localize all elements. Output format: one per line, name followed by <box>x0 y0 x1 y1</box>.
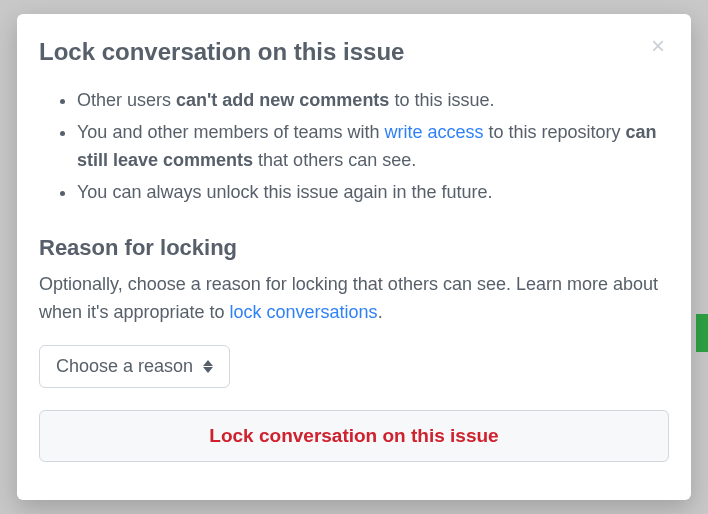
text: to this repository <box>484 122 626 142</box>
lock-conversations-link[interactable]: lock conversations <box>230 302 378 322</box>
text: . <box>378 302 383 322</box>
write-access-link[interactable]: write access <box>385 122 484 142</box>
list-item: Other users can't add new comments to th… <box>77 87 669 115</box>
reason-header: Reason for locking <box>39 235 669 261</box>
list-item: You can always unlock this issue again i… <box>77 179 669 207</box>
text: that others can see. <box>253 150 416 170</box>
text: to this issue. <box>389 90 494 110</box>
text-bold: can't add new comments <box>176 90 389 110</box>
help-text: Optionally, choose a reason for locking … <box>39 271 669 327</box>
close-button[interactable]: × <box>647 34 669 58</box>
background-accent <box>696 314 708 352</box>
modal-header: Lock conversation on this issue × <box>39 36 669 67</box>
lock-conversation-button[interactable]: Lock conversation on this issue <box>39 410 669 462</box>
info-bullets: Other users can't add new comments to th… <box>39 87 669 211</box>
text: Other users <box>77 90 176 110</box>
reason-select-container: Choose a reason <box>39 345 669 388</box>
close-icon: × <box>651 32 665 59</box>
modal-title: Lock conversation on this issue <box>39 36 404 67</box>
list-item: You and other members of teams with writ… <box>77 119 669 175</box>
updown-caret-icon <box>203 360 213 373</box>
reason-select[interactable]: Choose a reason <box>39 345 230 388</box>
reason-select-label: Choose a reason <box>56 356 193 377</box>
lock-conversation-modal: Lock conversation on this issue × Other … <box>17 14 691 500</box>
text: You and other members of teams with <box>77 122 385 142</box>
